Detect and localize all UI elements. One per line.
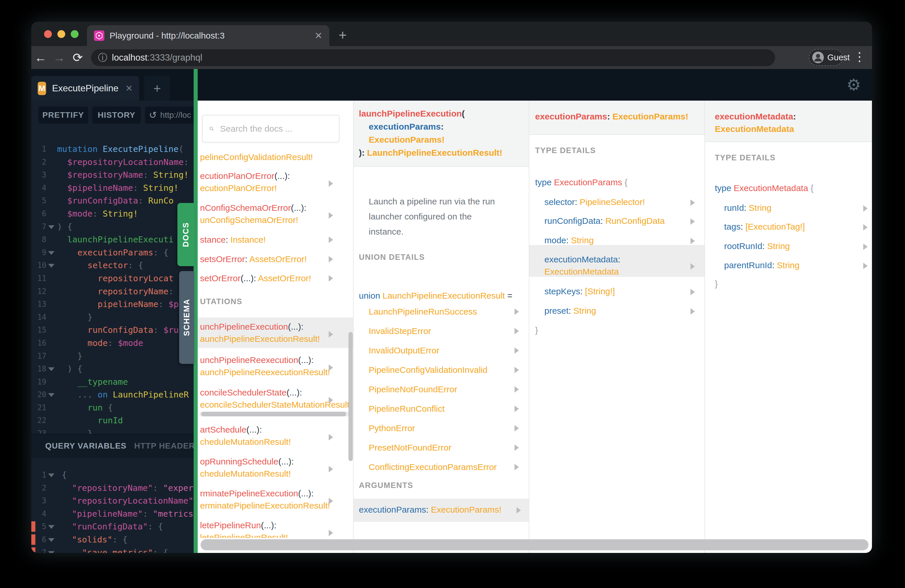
code-line[interactable]: 2"repositoryName": "exper	[31, 482, 194, 495]
expand-arrow-icon[interactable]	[514, 464, 519, 470]
expand-arrow-icon[interactable]	[329, 237, 333, 243]
expand-arrow-icon[interactable]	[691, 199, 695, 206]
docs-field-item[interactable]: stance: Instance!	[200, 235, 266, 245]
selected-arg-signature[interactable]: executionParams: ExecutionParams!	[535, 111, 689, 121]
expand-arrow-icon[interactable]	[863, 205, 868, 211]
type-field[interactable]: runId: String	[724, 203, 772, 213]
expand-arrow-icon[interactable]	[329, 331, 333, 337]
reload-icon[interactable]: ⟳	[68, 51, 87, 65]
docs-field-item[interactable]: letePipelineRunResult!	[200, 532, 288, 538]
type-field[interactable]: ExecutionMetadata	[545, 267, 619, 277]
site-info-icon[interactable]: ⓘ	[98, 51, 107, 64]
expand-arrow-icon[interactable]	[863, 243, 868, 250]
union-member[interactable]: PipelineRunConflict	[369, 404, 445, 414]
back-icon[interactable]: ←	[31, 51, 50, 65]
expand-arrow-icon[interactable]	[514, 308, 519, 315]
expand-arrow-icon[interactable]	[514, 328, 519, 334]
argument-row[interactable]: executionParams: ExecutionParams!	[359, 505, 502, 515]
code-line[interactable]: 20... on LaunchPipelineR	[31, 388, 194, 401]
expand-arrow-icon[interactable]	[329, 397, 333, 403]
schema-side-tab[interactable]: SCHEMA	[179, 271, 194, 364]
expand-arrow-icon[interactable]	[514, 425, 519, 431]
fold-caret-icon[interactable]	[48, 474, 54, 477]
docs-field-item[interactable]: opRunningSchedule(...):	[200, 457, 294, 467]
type-field[interactable]: preset: String	[545, 306, 596, 316]
variables-editor[interactable]: 1{2"repositoryName": "exper3"repositoryL…	[31, 458, 194, 553]
docs-field-item[interactable]: rminatePipelineExecution(...):	[200, 489, 314, 498]
tab-http-headers[interactable]: HTTP HEADERS	[134, 441, 194, 451]
code-line[interactable]: 7) {	[31, 220, 194, 234]
signature-line[interactable]: executionParams:	[369, 122, 443, 132]
type-declaration[interactable]: type ExecutionParams {	[535, 178, 627, 187]
playground-tab-close-icon[interactable]: ✕	[125, 83, 133, 93]
type-field[interactable]: parentRunId: String	[724, 261, 800, 270]
code-line[interactable]: 6$mode: String!	[31, 207, 194, 220]
browser-tab[interactable]: Playground - http://localhost:3 ✕	[87, 25, 329, 46]
code-line[interactable]: 3$repositoryName: String!	[31, 168, 194, 181]
profile-button[interactable]: Guest	[809, 49, 843, 66]
code-line[interactable]: 6"solids": {	[31, 533, 194, 546]
expand-arrow-icon[interactable]	[329, 530, 333, 536]
code-line[interactable]: 1{	[31, 469, 194, 482]
type-field[interactable]: stepKeys: [String!]	[545, 286, 615, 296]
docs-field-item[interactable]: nConfigSchemaOrError(...):	[200, 203, 306, 213]
docs-side-tab[interactable]: DOCS	[178, 203, 194, 266]
docs-field-item[interactable]: pelineConfigValidationResult!	[200, 152, 313, 162]
tab-query-variables[interactable]: QUERY VARIABLES	[45, 441, 127, 451]
expand-arrow-icon[interactable]	[329, 434, 333, 440]
query-editor[interactable]: 1mutation ExecutePipeline(2$repositoryLo…	[31, 142, 194, 434]
playground-new-tab-button[interactable]: +	[144, 76, 170, 101]
code-line[interactable]: 3"repositoryLocationName":	[31, 494, 194, 507]
horizontal-scrollbar[interactable]	[201, 539, 868, 550]
expand-arrow-icon[interactable]	[691, 308, 695, 315]
selected-field-signature[interactable]: executionMetadata:	[715, 111, 796, 121]
prettify-button[interactable]: PRETTIFY	[38, 106, 88, 124]
minimize-window-button[interactable]	[57, 30, 65, 38]
expand-arrow-icon[interactable]	[863, 263, 868, 269]
code-line[interactable]: 4"pipelineName": "metrics	[31, 507, 194, 520]
code-line[interactable]: 19__typename	[31, 375, 194, 389]
expand-arrow-icon[interactable]	[691, 263, 695, 270]
expand-arrow-icon[interactable]	[329, 180, 333, 187]
fold-caret-icon[interactable]	[48, 264, 54, 268]
code-line[interactable]: 17}	[31, 350, 194, 363]
docs-field-item[interactable]: cheduleMutationResult!	[200, 437, 291, 447]
code-line[interactable]: 9executionParams: {	[31, 246, 194, 259]
vertical-scrollbar[interactable]	[348, 332, 353, 461]
expand-arrow-icon[interactable]	[514, 405, 519, 412]
closing-brace[interactable]: }	[535, 325, 538, 335]
expand-arrow-icon[interactable]	[329, 364, 333, 371]
new-tab-button[interactable]: +	[338, 27, 347, 43]
expand-arrow-icon[interactable]	[329, 498, 333, 504]
forward-icon[interactable]: →	[50, 51, 68, 65]
code-line[interactable]: 7"save_metrics": {	[31, 546, 194, 553]
code-line[interactable]: 15runConfigData: $runC	[31, 324, 194, 337]
code-line[interactable]: 5"runConfigData": {	[31, 520, 194, 533]
code-line[interactable]: 13pipelineName: $pip	[31, 298, 194, 311]
maximize-window-button[interactable]	[71, 30, 79, 38]
expand-arrow-icon[interactable]	[514, 386, 519, 393]
docs-field-item[interactable]: letePipelineRun(...):	[200, 520, 276, 530]
union-member[interactable]: InvalidStepError	[369, 326, 431, 336]
expand-arrow-icon[interactable]	[329, 466, 333, 472]
docs-search[interactable]	[202, 115, 340, 142]
docs-search-input[interactable]	[219, 124, 332, 134]
closing-brace[interactable]: }	[715, 279, 718, 289]
union-member[interactable]: LaunchPipelineRunSuccess	[369, 307, 477, 316]
playground-tab[interactable]: M ExecutePipeline ✕	[31, 76, 139, 101]
union-member[interactable]: PresetNotFoundError	[369, 443, 451, 453]
browser-menu-icon[interactable]: ⋮	[853, 49, 865, 64]
docs-field-item[interactable]: unchPipelineExecution(...):	[200, 322, 303, 332]
expand-arrow-icon[interactable]	[514, 367, 519, 373]
union-member[interactable]: PipelineConfigValidationInvalid	[369, 365, 487, 375]
union-member[interactable]: InvalidOutputError	[369, 346, 439, 356]
union-member[interactable]: PipelineNotFoundError	[369, 385, 457, 394]
code-line[interactable]: 4$pipelineName: String!	[31, 181, 194, 195]
docs-field-item[interactable]: aunchPipelineExecutionResult!	[200, 334, 320, 344]
expand-arrow-icon[interactable]	[329, 256, 333, 262]
docs-field-item[interactable]: aunchPipelineReexecutionResult!	[200, 367, 330, 377]
code-line[interactable]: 2$repositoryLocationName:	[31, 156, 194, 169]
expand-arrow-icon[interactable]	[329, 212, 333, 219]
docs-field-item[interactable]: unchPipelineReexecution(...):	[200, 355, 314, 365]
close-window-button[interactable]	[44, 30, 52, 38]
